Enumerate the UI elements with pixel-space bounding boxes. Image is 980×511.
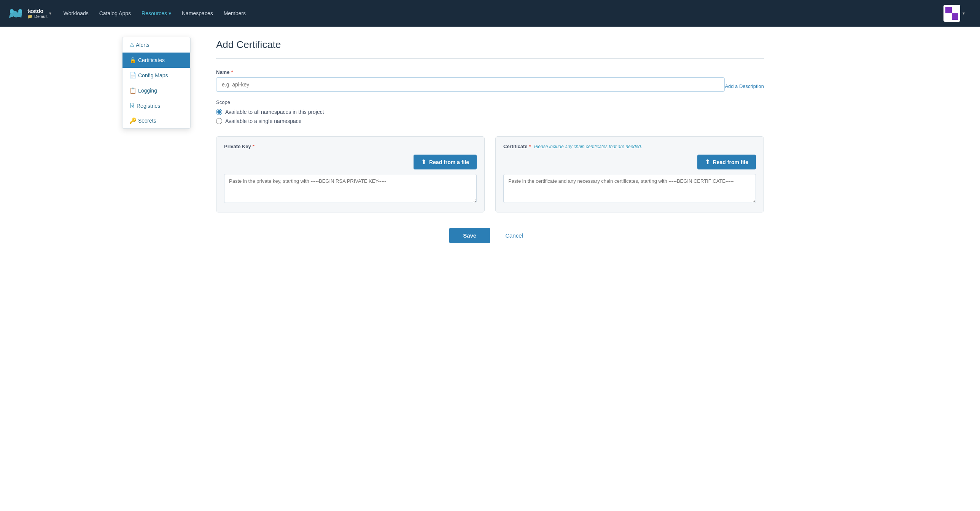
certificate-hint: Please include any chain certificates th…: [534, 144, 642, 149]
scope-single-radio[interactable]: [216, 118, 222, 124]
alerts-icon: ⚠: [129, 42, 134, 48]
resources-chevron-icon: ▾: [169, 10, 171, 16]
svg-rect-7: [945, 13, 952, 20]
project-sub: 📁 Default: [27, 14, 48, 19]
dropdown-item-config-maps[interactable]: 📄 Config Maps: [123, 68, 190, 83]
name-input[interactable]: [216, 77, 725, 92]
name-required: *: [231, 69, 233, 75]
certificate-upload-button[interactable]: ⬆ Read from file: [697, 155, 756, 169]
scope-section: Scope Available to all namespaces in thi…: [216, 99, 764, 124]
scope-all-namespaces[interactable]: Available to all namespaces in this proj…: [216, 109, 764, 115]
private-key-upload-button[interactable]: ⬆ Read from a file: [414, 155, 477, 169]
private-key-panel: Private Key * ⬆ Read from a file: [216, 136, 485, 212]
scope-single-namespace[interactable]: Available to a single namespace: [216, 118, 764, 124]
certificate-upload-bar: ⬆ Read from file: [503, 155, 756, 169]
divider: [216, 58, 764, 59]
nav-workloads[interactable]: Workloads: [64, 10, 89, 17]
private-key-required: *: [253, 144, 255, 149]
logging-icon: 📋: [129, 87, 137, 94]
folder-icon: 📁: [27, 14, 33, 19]
dropdown-item-logging[interactable]: 📋 Logging: [123, 83, 190, 98]
add-description-link[interactable]: Add a Description: [725, 83, 764, 92]
user-chevron-icon[interactable]: ▾: [963, 11, 965, 16]
registries-icon: 🗄: [129, 102, 135, 109]
save-button[interactable]: Save: [449, 228, 490, 243]
nav-namespaces[interactable]: Namespaces: [182, 10, 213, 17]
svg-rect-8: [952, 13, 958, 20]
page-content: Add Certificate Name * Add a Description…: [201, 27, 779, 256]
scope-all-radio[interactable]: [216, 109, 222, 115]
upload-icon: ⬆: [421, 158, 426, 166]
nav-catalog-apps[interactable]: Catalog Apps: [99, 10, 131, 17]
svg-rect-4: [20, 10, 22, 13]
panels-row: Private Key * ⬆ Read from a file Certifi…: [216, 136, 764, 212]
certificate-required: *: [529, 144, 531, 149]
certificate-panel: Certificate * Please include any chain c…: [495, 136, 764, 212]
svg-rect-5: [945, 7, 952, 13]
brand: testdo 📁 Default ▾: [6, 4, 60, 22]
dropdown-item-registries[interactable]: 🗄 Registries: [123, 98, 190, 113]
name-label: Name *: [216, 69, 725, 75]
brand-info: testdo 📁 Default: [27, 8, 48, 19]
dropdown-item-alerts[interactable]: ⚠ Alerts: [123, 37, 190, 53]
private-key-label: Private Key *: [224, 144, 477, 149]
name-group: Name *: [216, 69, 725, 92]
user-avatar[interactable]: [943, 5, 960, 22]
project-name: testdo: [27, 8, 48, 14]
private-key-upload-bar: ⬆ Read from a file: [224, 155, 477, 169]
svg-rect-3: [10, 10, 12, 13]
dropdown-item-secrets[interactable]: 🔑 Secrets: [123, 113, 190, 128]
scope-radio-group: Available to all namespaces in this proj…: [216, 109, 764, 124]
page-title: Add Certificate: [216, 39, 764, 51]
dropdown-item-certificates[interactable]: 🔒 Certificates: [123, 53, 190, 68]
certificate-textarea[interactable]: [503, 174, 756, 203]
avatar-icon: [945, 7, 958, 20]
brand-logo: [6, 4, 26, 22]
name-row: Name * Add a Description: [216, 69, 764, 92]
secrets-icon: 🔑: [129, 117, 137, 124]
svg-rect-6: [952, 7, 958, 13]
certificate-label: Certificate * Please include any chain c…: [503, 144, 756, 149]
cancel-button[interactable]: Cancel: [498, 228, 531, 243]
upload-icon-cert: ⬆: [705, 158, 710, 166]
nav-resources[interactable]: Resources ▾ ⚠ Alerts 🔒 Certificat: [142, 10, 171, 16]
nav-links: Workloads Catalog Apps Resources ▾ ⚠ Ale…: [64, 10, 246, 17]
private-key-textarea[interactable]: [224, 174, 477, 203]
resources-dropdown: ⚠ Alerts 🔒 Certificates 📄 Config: [122, 37, 191, 129]
scope-label: Scope: [216, 99, 764, 105]
nav-members[interactable]: Members: [224, 10, 246, 17]
config-maps-icon: 📄: [129, 72, 137, 79]
nav-right: ▾: [943, 5, 974, 22]
certificates-icon: 🔒: [129, 57, 137, 64]
form-actions: Save Cancel: [216, 228, 764, 243]
brand-chevron-icon[interactable]: ▾: [49, 11, 51, 16]
navbar: testdo 📁 Default ▾ Workloads Catalog App…: [0, 0, 980, 27]
